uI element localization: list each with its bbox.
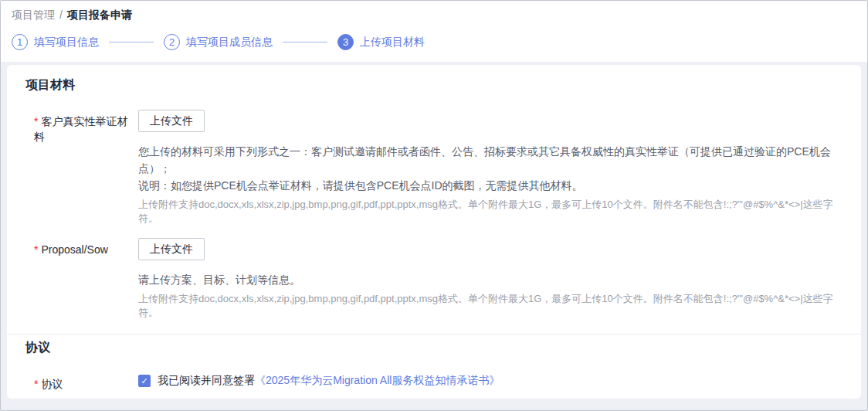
section-title-materials: 项目材料 [25,79,843,91]
page-header: 项目管理/项目报备申请 1 填写项目信息 2 填写项目成员信息 3 上传项目材料 [1,1,867,62]
step-2-number: 2 [164,34,180,50]
step-2-label: 填写项目成员信息 [186,36,273,49]
evidence-description-line-2: 说明：如您提供PCE机会点举证材料，请提供包含PCE机会点ID的截图，无需提供其… [138,177,843,194]
agreement-link[interactable]: 《2025年华为云Migration All服务权益知情承诺书》 [255,374,500,386]
field-content-agreement: ✓ 我已阅读并同意签署《2025年华为云Migration All服务权益知情承… [138,372,843,399]
field-label-proposal-sow: *Proposal/Sow [25,238,138,257]
agreement-line: ✓ 我已阅读并同意签署《2025年华为云Migration All服务权益知情承… [138,372,843,388]
step-1-number: 1 [12,34,28,50]
step-connector [283,42,327,42]
field-label-customer-evidence: *客户真实性举证材料 [25,110,138,144]
project-filing-page: 项目管理/项目报备申请 1 填写项目信息 2 填写项目成员信息 3 上传项目材料… [0,0,868,411]
upload-file-button-evidence[interactable]: 上传文件 [138,110,205,132]
field-label-text: 协议 [41,378,63,390]
step-3-label: 上传项目材料 [360,36,425,49]
breadcrumb-separator: / [59,8,63,21]
step-3-upload-materials[interactable]: 3 上传项目材料 [337,34,425,50]
step-2-fill-member-info[interactable]: 2 填写项目成员信息 [164,34,273,50]
breadcrumb-item-project-management[interactable]: 项目管理 [12,8,55,21]
evidence-description-line-1: 您上传的材料可采用下列形式之一：客户测试邀请邮件或者函件、公告、招标要求或其它具… [138,143,843,177]
field-label-text: Proposal/Sow [41,243,107,256]
evidence-description: 您上传的材料可采用下列形式之一：客户测试邀请邮件或者函件、公告、招标要求或其它具… [138,143,843,194]
agreement-statement: 我已阅读并同意签署《2025年华为云Migration All服务权益知情承诺书… [158,374,500,388]
proposal-format-hint: 上传附件支持doc,docx,xls,xlsx,zip,jpg,bmp,png,… [138,292,843,320]
step-1-label: 填写项目信息 [34,36,99,49]
section-divider [7,334,861,335]
step-3-number: 3 [337,34,354,50]
field-proposal-sow: *Proposal/Sow 上传文件 请上传方案、目标、计划等信息。 上传附件支… [25,238,843,320]
form-card: 项目材料 *客户真实性举证材料 上传文件 您上传的材料可采用下列形式之一：客户测… [7,65,861,399]
field-agreement: *协议 ✓ 我已阅读并同意签署《2025年华为云Migration All服务权… [25,372,843,399]
required-marker: * [34,115,38,127]
upload-file-button-proposal[interactable]: 上传文件 [138,238,205,260]
spacer [25,226,843,238]
field-content-proposal-sow: 上传文件 请上传方案、目标、计划等信息。 上传附件支持doc,docx,xls,… [138,238,843,320]
required-marker: * [34,243,38,256]
evidence-format-hint: 上传附件支持doc,docx,xls,xlsx,zip,jpg,bmp,png,… [138,198,843,226]
breadcrumb: 项目管理/项目报备申请 [12,8,855,22]
required-marker: * [34,378,38,390]
field-label-text: 客户真实性举证材料 [34,115,127,143]
field-customer-evidence: *客户真实性举证材料 上传文件 您上传的材料可采用下列形式之一：客户测试邀请邮件… [25,110,843,226]
breadcrumb-item-current: 项目报备申请 [67,8,132,21]
step-connector [109,42,154,42]
proposal-description: 请上传方案、目标、计划等信息。 [138,271,843,288]
field-label-agreement: *协议 [25,372,138,392]
section-title-agreement: 协议 [25,341,843,354]
field-content-customer-evidence: 上传文件 您上传的材料可采用下列形式之一：客户测试邀请邮件或者函件、公告、招标要… [138,110,843,226]
step-indicator: 1 填写项目信息 2 填写项目成员信息 3 上传项目材料 [12,34,855,50]
agreement-checkbox[interactable]: ✓ [138,375,151,387]
step-1-fill-project-info[interactable]: 1 填写项目信息 [12,34,99,50]
